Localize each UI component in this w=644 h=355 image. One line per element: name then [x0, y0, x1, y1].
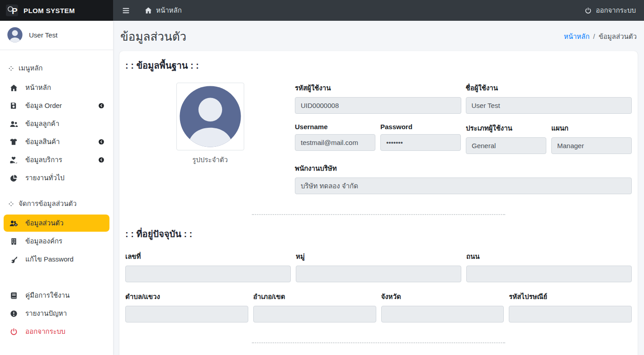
menu-section-main-label: เมนูหลัก	[19, 63, 43, 74]
field-road: ถนน	[466, 251, 632, 282]
diamonds-icon	[8, 65, 14, 71]
sidebar-user-panel[interactable]: User Test	[0, 21, 113, 50]
sidebar-item-organization[interactable]: ข้อมูลองค์กร	[4, 233, 109, 250]
breadcrumb-home-link[interactable]: หน้าหลัก	[564, 31, 590, 42]
username-label: Username	[295, 123, 375, 131]
zipcode-label: รหัสไปรษณีย์	[509, 291, 632, 302]
field-user-type: ประเภทผู้ใช้งาน	[466, 123, 546, 154]
profile-card: : : ข้อมูลพื้นฐาน : : รูปประจำตัว รหัสผู…	[119, 51, 638, 355]
top-header: P PLOM SYSTEM หน้าหลัก ออกจากระบบ	[0, 0, 644, 21]
sidebar-item-label: ข้อมูลองค์กร	[25, 236, 62, 247]
chevron-circle-left-icon	[98, 138, 105, 145]
subdistrict-input[interactable]	[125, 306, 248, 322]
basic-fields-column: รหัสผู้ใช้งาน ชื่อผู้ใช้งาน Username Pas…	[295, 83, 632, 203]
sidebar-item-services[interactable]: ข้อมูลบริการ	[4, 151, 109, 168]
page-title: ข้อมูลส่วนตัว	[120, 27, 186, 46]
address-row-2: ตำบล/แขวง อำเภอ/เขต จังหวัด รหัสไปรษณีย์	[125, 291, 632, 332]
profile-photo-box[interactable]	[176, 83, 244, 150]
province-input[interactable]	[381, 306, 504, 322]
sidebar-item-home[interactable]: หน้าหลัก	[4, 79, 109, 96]
province-label: จังหวัด	[381, 291, 504, 302]
company-input[interactable]	[295, 178, 632, 194]
house-no-input[interactable]	[125, 266, 291, 282]
sidebar-item-order[interactable]: ข้อมูล Order	[4, 97, 109, 114]
main-content: ข้อมูลส่วนตัว หน้าหลัก / ข้อมูลส่วนตัว :…	[113, 21, 644, 355]
password-input[interactable]	[380, 134, 461, 151]
menu-section-personal: จัดการข้อมูลส่วนตัว	[4, 194, 109, 215]
field-moo: หมู่	[296, 251, 461, 282]
district-input[interactable]	[253, 306, 376, 322]
menu-section-personal-label: จัดการข้อมูลส่วนตัว	[19, 198, 76, 209]
navbar-logout-link[interactable]: ออกจากระบบ	[584, 5, 636, 16]
sidebar-toggle-button[interactable]	[121, 6, 131, 15]
section-title-address: : : ที่อยู่ปัจจุบัน : :	[125, 227, 632, 241]
home-icon	[144, 6, 152, 14]
field-province: จังหวัด	[381, 291, 504, 322]
dotted-divider	[252, 342, 505, 343]
zipcode-input[interactable]	[509, 306, 632, 322]
sidebar-item-label: ข้อมูลสินค้า	[25, 136, 60, 147]
navbar-logout-label: ออกจากระบบ	[596, 5, 636, 16]
field-username: Username	[295, 123, 375, 154]
moo-input[interactable]	[296, 266, 461, 282]
breadcrumb: หน้าหลัก / ข้อมูลส่วนตัว	[564, 31, 637, 42]
field-department: แผนก	[551, 123, 632, 154]
username-input[interactable]	[295, 134, 375, 151]
sidebar-item-label: ออกจากระบบ	[25, 326, 66, 337]
exclamation-circle-icon	[8, 309, 19, 318]
department-input[interactable]	[551, 137, 632, 154]
sidebar-item-label: รายงานปัญหา	[25, 308, 67, 319]
sidebar-item-change-password[interactable]: แก้ไข Password	[4, 251, 109, 268]
sidebar-item-label: ข้อมูล Order	[25, 100, 62, 111]
breadcrumb-current: ข้อมูลส่วนตัว	[599, 31, 637, 42]
user-type-input[interactable]	[466, 137, 546, 154]
house-no-label: เลขที่	[125, 251, 291, 262]
sidebar-item-manual[interactable]: คู่มือการใช้งาน	[4, 287, 109, 304]
field-district: อำเภอ/เขต	[253, 291, 376, 322]
profile-photo-column: รูปประจำตัว	[125, 83, 295, 203]
sidebar-item-products[interactable]: ข้อมูลสินค้า	[4, 133, 109, 150]
display-name-input[interactable]	[466, 97, 632, 114]
brand-title: PLOM SYSTEM	[24, 7, 75, 14]
users-cog-icon	[8, 219, 19, 228]
sidebar-item-reports[interactable]: รายงานทั่วไป	[4, 169, 109, 187]
display-name-label: ชื่อผู้ใช้งาน	[466, 83, 632, 93]
navbar-home-label: หน้าหลัก	[156, 5, 182, 16]
field-house-no: เลขที่	[125, 251, 291, 282]
home-icon	[8, 84, 19, 92]
subdistrict-label: ตำบล/แขวง	[125, 291, 248, 302]
user-id-input[interactable]	[295, 97, 461, 114]
key-icon	[8, 255, 19, 264]
sidebar-item-logout[interactable]: ออกจากระบบ	[4, 323, 109, 340]
tshirt-icon	[8, 137, 19, 146]
top-navbar: หน้าหลัก ออกจากระบบ	[113, 0, 644, 21]
sidebar: User Test เมนูหลัก หน้าหลัก ข้อมูล Order…	[0, 21, 113, 355]
brand-area[interactable]: P PLOM SYSTEM	[0, 0, 113, 21]
sidebar-item-label: ข้อมูลลูกค้า	[25, 118, 59, 129]
field-zipcode: รหัสไปรษณีย์	[509, 291, 632, 322]
chevron-circle-left-icon	[98, 102, 105, 109]
company-label: พนักงานบริษัท	[295, 163, 632, 174]
sidebar-item-profile[interactable]: ข้อมูลส่วนตัว	[4, 215, 109, 232]
profile-photo-caption: รูปประจำตัว	[192, 154, 228, 165]
user-type-label: ประเภทผู้ใช้งาน	[466, 123, 546, 134]
navbar-home-link[interactable]: หน้าหลัก	[144, 5, 182, 16]
department-label: แผนก	[551, 123, 632, 134]
sidebar-item-report-problem[interactable]: รายงานปัญหา	[4, 305, 109, 322]
address-row-1: เลขที่ หมู่ ถนน	[125, 251, 632, 291]
sidebar-item-label: หน้าหลัก	[25, 82, 51, 93]
power-icon	[584, 7, 592, 14]
power-icon	[8, 327, 19, 336]
user-avatar	[7, 27, 23, 42]
app-logo-icon: P	[5, 4, 19, 17]
diamonds-icon	[8, 201, 14, 207]
district-label: อำเภอ/เขต	[253, 291, 376, 302]
hamburger-icon	[121, 6, 131, 15]
chevron-circle-left-icon	[98, 156, 105, 163]
sidebar-item-customers[interactable]: ข้อมูลลูกค้า	[4, 115, 109, 132]
breadcrumb-separator: /	[593, 33, 595, 40]
road-input[interactable]	[466, 266, 632, 282]
chart-pie-icon	[8, 174, 19, 182]
profile-avatar-image	[179, 85, 242, 148]
sidebar-item-label: คู่มือการใช้งาน	[25, 290, 70, 301]
